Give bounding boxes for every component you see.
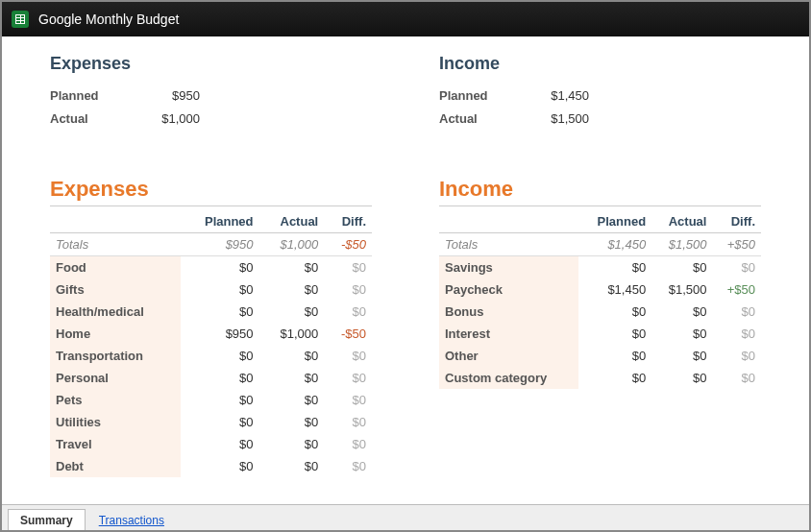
expenses-row-planned[interactable]: $0 (181, 367, 259, 389)
sheet-tabs: Summary Transactions (2, 504, 809, 530)
income-row-planned[interactable]: $0 (578, 255, 652, 278)
expenses-row-planned[interactable]: $0 (181, 278, 259, 301)
expenses-table: Planned Actual Diff. Totals $950 $1,000 … (50, 206, 372, 477)
income-row-planned[interactable]: $0 (578, 367, 652, 389)
income-row-diff[interactable]: $0 (712, 301, 761, 323)
income-row-diff[interactable]: $0 (712, 345, 761, 367)
income-row-actual[interactable]: $0 (651, 255, 712, 278)
expenses-row-diff[interactable]: $0 (324, 455, 372, 477)
expenses-row-diff[interactable]: $0 (324, 411, 372, 433)
expenses-row-planned[interactable]: $0 (181, 345, 259, 367)
table-row: Other$0$0$0 (439, 345, 761, 367)
expenses-row-planned[interactable]: $950 (181, 323, 259, 345)
income-row-diff[interactable]: $0 (712, 323, 761, 345)
expenses-row-name[interactable]: Food (50, 255, 181, 278)
income-planned-value: $1,450 (531, 88, 589, 103)
table-row: Pets$0$0$0 (50, 389, 372, 411)
income-row-name[interactable]: Interest (439, 323, 578, 345)
expenses-row-name[interactable]: Travel (50, 433, 181, 455)
expenses-detail-title: Expenses (50, 177, 372, 202)
expenses-totals-actual: $1,000 (259, 232, 325, 255)
table-row: Gifts$0$0$0 (50, 278, 372, 301)
expenses-totals-planned: $950 (181, 232, 259, 255)
income-row-planned[interactable]: $0 (578, 301, 652, 323)
expenses-row-diff[interactable]: $0 (324, 389, 372, 411)
expenses-actual-row: Actual $1,000 (50, 107, 372, 130)
expenses-row-planned[interactable]: $0 (181, 255, 259, 278)
income-row-diff[interactable]: $0 (712, 367, 761, 389)
expenses-summary: Expenses Planned $950 Actual $1,000 (50, 54, 372, 148)
income-col-planned: Planned (578, 206, 652, 232)
income-row-name[interactable]: Paycheck (439, 278, 578, 301)
expenses-row-diff[interactable]: $0 (324, 278, 372, 301)
expenses-row-actual[interactable]: $0 (259, 255, 325, 278)
sheets-icon (12, 11, 29, 28)
expenses-row-name[interactable]: Personal (50, 367, 181, 389)
window-title: Google Monthly Budget (38, 12, 179, 27)
income-detail: Income Planned Actual Diff. Totals $1,45… (439, 148, 761, 496)
income-row-actual[interactable]: $1,500 (651, 278, 712, 301)
income-col-actual: Actual (651, 206, 712, 232)
expenses-row-name[interactable]: Utilities (50, 411, 181, 433)
income-totals-row: Totals $1,450 $1,500 +$50 (439, 232, 761, 255)
table-row: Health/medical$0$0$0 (50, 301, 372, 323)
expenses-row-name[interactable]: Home (50, 323, 181, 345)
expenses-row-planned[interactable]: $0 (181, 389, 259, 411)
expenses-row-name[interactable]: Transportation (50, 345, 181, 367)
expenses-row-actual[interactable]: $0 (259, 301, 325, 323)
expenses-row-diff[interactable]: $0 (324, 345, 372, 367)
income-row-actual[interactable]: $0 (651, 323, 712, 345)
income-row-name[interactable]: Savings (439, 255, 578, 278)
table-row: Utilities$0$0$0 (50, 411, 372, 433)
expenses-row-actual[interactable]: $0 (259, 278, 325, 301)
expenses-actual-bar (206, 109, 372, 128)
expenses-row-planned[interactable]: $0 (181, 411, 259, 433)
expenses-row-planned[interactable]: $0 (181, 301, 259, 323)
expenses-row-name[interactable]: Pets (50, 389, 181, 411)
income-row-diff[interactable]: $0 (712, 255, 761, 278)
expenses-row-actual[interactable]: $0 (259, 455, 325, 477)
expenses-detail: Expenses Planned Actual Diff. Totals $95… (50, 148, 372, 496)
expenses-row-planned[interactable]: $0 (181, 433, 259, 455)
expenses-row-planned[interactable]: $0 (181, 455, 259, 477)
income-actual-label: Actual (439, 111, 526, 126)
income-col-diff: Diff. (712, 206, 761, 232)
table-row: Home$950$1,000-$50 (50, 323, 372, 345)
income-row-actual[interactable]: $0 (651, 367, 712, 389)
expenses-row-actual[interactable]: $0 (259, 345, 325, 367)
tab-transactions[interactable]: Transactions (87, 510, 176, 531)
expenses-row-name[interactable]: Health/medical (50, 301, 181, 323)
expenses-row-name[interactable]: Gifts (50, 278, 181, 301)
expenses-col-actual: Actual (259, 206, 325, 232)
expenses-totals-diff: -$50 (324, 232, 372, 255)
income-row-planned[interactable]: $0 (578, 323, 652, 345)
income-totals-planned: $1,450 (578, 232, 652, 255)
income-row-actual[interactable]: $0 (651, 345, 712, 367)
expenses-row-diff[interactable]: $0 (324, 367, 372, 389)
expenses-row-actual[interactable]: $0 (259, 389, 325, 411)
expenses-row-actual[interactable]: $0 (259, 411, 325, 433)
expenses-planned-value: $950 (142, 88, 200, 103)
income-row-planned[interactable]: $1,450 (578, 278, 652, 301)
income-row-name[interactable]: Other (439, 345, 578, 367)
expenses-col-diff: Diff. (324, 206, 372, 232)
expenses-row-actual[interactable]: $0 (259, 433, 325, 455)
income-row-actual[interactable]: $0 (651, 301, 712, 323)
expenses-row-diff[interactable]: $0 (324, 301, 372, 323)
table-row: Transportation$0$0$0 (50, 345, 372, 367)
income-table: Planned Actual Diff. Totals $1,450 $1,50… (439, 206, 761, 389)
income-actual-value: $1,500 (531, 111, 589, 126)
expenses-row-actual[interactable]: $0 (259, 367, 325, 389)
expenses-header-row: Planned Actual Diff. (50, 206, 372, 232)
income-row-name[interactable]: Bonus (439, 301, 578, 323)
income-row-name[interactable]: Custom category (439, 367, 578, 389)
expenses-row-diff[interactable]: $0 (324, 433, 372, 455)
expenses-row-diff[interactable]: $0 (324, 255, 372, 278)
expenses-row-diff[interactable]: -$50 (324, 323, 372, 345)
tab-summary[interactable]: Summary (8, 509, 86, 531)
content-area: Expenses Planned $950 Actual $1,000 Inco… (2, 36, 809, 504)
expenses-row-name[interactable]: Debt (50, 455, 181, 477)
income-row-planned[interactable]: $0 (578, 345, 652, 367)
income-row-diff[interactable]: +$50 (712, 278, 761, 301)
expenses-row-actual[interactable]: $1,000 (259, 323, 325, 345)
